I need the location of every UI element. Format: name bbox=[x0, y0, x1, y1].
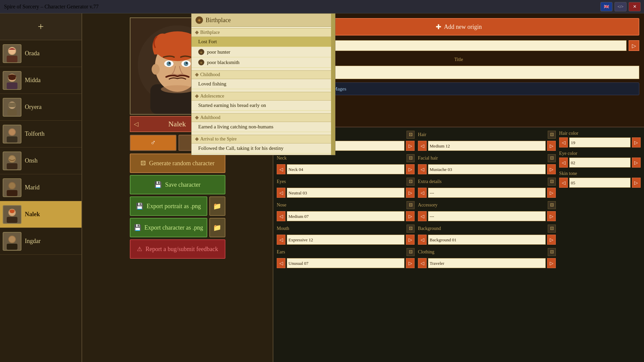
skin-tone-prev[interactable]: ◁ bbox=[559, 178, 568, 188]
ears-next[interactable]: ▷ bbox=[406, 258, 415, 268]
avatar-ingdar bbox=[3, 232, 21, 251]
ears-select[interactable]: Unusual 07 bbox=[287, 258, 405, 268]
sidebar-name-tolforth: Tolforth bbox=[25, 130, 45, 137]
clothing-dice-button[interactable]: ⚄ bbox=[548, 248, 556, 256]
background-select[interactable]: Background 01 bbox=[428, 235, 546, 245]
eye-color-select[interactable]: 02 bbox=[569, 158, 631, 168]
skin-tone-label: Skin tone bbox=[559, 171, 641, 176]
nose-dice-button[interactable]: ⚄ bbox=[407, 201, 415, 209]
bg-item-lost-fort[interactable]: Lost Fort bbox=[192, 37, 335, 47]
bg-item-loved-fishing[interactable]: Loved fishing bbox=[192, 79, 335, 89]
export-character-folder-button[interactable]: 📁 bbox=[209, 218, 225, 237]
language-button[interactable]: 🇬🇧 bbox=[600, 2, 612, 11]
diamond-icon-4 bbox=[195, 116, 199, 119]
bg-item-earning-early[interactable]: Started earning his bread early on bbox=[192, 101, 335, 111]
eyes-select[interactable]: Neutral 03 bbox=[287, 188, 405, 198]
extra-prev[interactable]: ◁ bbox=[418, 188, 427, 198]
sidebar-item-orada[interactable]: Orada bbox=[0, 40, 82, 67]
hair-select[interactable]: Medium 12 bbox=[428, 141, 546, 151]
accessory-select[interactable]: --- bbox=[428, 211, 546, 221]
mouth-next[interactable]: ▷ bbox=[406, 235, 415, 245]
background-next[interactable]: ▷ bbox=[547, 235, 556, 245]
name-prev-button[interactable]: ◁ bbox=[134, 120, 139, 128]
close-button[interactable]: ✕ bbox=[629, 2, 641, 11]
hair-color-group: Hair color ◁ 19 ▷ bbox=[559, 131, 641, 147]
eye-color-prev[interactable]: ◁ bbox=[559, 158, 568, 168]
save-button[interactable]: 💾 Save character bbox=[130, 175, 225, 194]
ears-dice-button[interactable]: ⚄ bbox=[407, 248, 415, 256]
sidebar-item-tolforth[interactable]: Tolforth bbox=[0, 121, 82, 147]
hair-color-row: ◁ 19 ▷ bbox=[559, 137, 641, 147]
bg-item-catching-non-humans[interactable]: Earned a living catching non-humans bbox=[192, 122, 335, 132]
hair-color-prev[interactable]: ◁ bbox=[559, 137, 568, 147]
hair-dice-button[interactable]: ⚄ bbox=[548, 131, 556, 139]
bg-panel-header: ◈ Birthplace bbox=[192, 14, 335, 27]
mouth-select[interactable]: Expressive 12 bbox=[287, 235, 405, 245]
face-next[interactable]: ▷ bbox=[406, 141, 415, 151]
facialhair-next[interactable]: ▷ bbox=[547, 164, 556, 174]
export-character-button[interactable]: 💾 Export character as .png bbox=[130, 218, 207, 237]
save-icon: 💾 bbox=[154, 181, 162, 188]
skin-tone-next[interactable]: ▷ bbox=[632, 178, 641, 188]
add-character-button[interactable]: + bbox=[0, 13, 82, 40]
facialhair-select[interactable]: Mustache 03 bbox=[428, 164, 546, 174]
character-name: Nalek bbox=[168, 120, 186, 128]
sidebar-item-onsh[interactable]: Onsh bbox=[0, 147, 82, 174]
sidebar-item-nalek[interactable]: Nalek bbox=[0, 201, 82, 228]
hair-next[interactable]: ▷ bbox=[547, 141, 556, 151]
generate-button[interactable]: ⚄ Generate random character bbox=[130, 154, 225, 173]
neck-select[interactable]: Neck 04 bbox=[287, 164, 405, 174]
sidebar-item-ingdar[interactable]: Ingdar bbox=[0, 228, 82, 255]
birthplace-next-button[interactable]: ▷ bbox=[629, 40, 639, 51]
bg-item-poor-hunter[interactable]: ◈ poor hunter bbox=[192, 47, 335, 57]
neck-next[interactable]: ▷ bbox=[406, 164, 415, 174]
face-dice-button[interactable]: ⚄ bbox=[407, 131, 415, 139]
svg-point-15 bbox=[9, 156, 15, 162]
mouth-prev[interactable]: ◁ bbox=[277, 235, 285, 245]
hair-color-select[interactable]: 19 bbox=[569, 137, 631, 147]
background-prev[interactable]: ◁ bbox=[418, 235, 427, 245]
facialhair-prev[interactable]: ◁ bbox=[418, 164, 427, 174]
nose-select[interactable]: Medium 07 bbox=[287, 211, 405, 221]
nose-next[interactable]: ▷ bbox=[406, 211, 415, 221]
male-gender-button[interactable]: ♂ bbox=[130, 135, 177, 151]
hair-prev[interactable]: ◁ bbox=[418, 141, 427, 151]
bg-item-followed-call[interactable]: Followed the Call, taking it for his des… bbox=[192, 143, 335, 154]
export-character-row: 💾 Export character as .png 📁 bbox=[130, 218, 225, 237]
sidebar-item-marid[interactable]: Marid bbox=[0, 174, 82, 201]
hair-label: Hair bbox=[418, 132, 546, 137]
accessory-next[interactable]: ▷ bbox=[547, 211, 556, 221]
eyes-next[interactable]: ▷ bbox=[406, 188, 415, 198]
accessory-dice-button[interactable]: ⚄ bbox=[548, 201, 556, 209]
ears-prev[interactable]: ◁ bbox=[277, 258, 285, 268]
background-dice-button[interactable]: ⚄ bbox=[548, 225, 556, 233]
extra-next[interactable]: ▷ bbox=[547, 188, 556, 198]
neck-dice-button[interactable]: ⚄ bbox=[407, 154, 415, 162]
facialhair-dice-button[interactable]: ⚄ bbox=[548, 154, 556, 162]
export-portrait-folder-button[interactable]: 📁 bbox=[209, 196, 225, 216]
sidebar-item-midda[interactable]: Midda bbox=[0, 67, 82, 94]
accessory-attr-row-label: Accessory ⚄ bbox=[418, 201, 556, 209]
plus-origin-icon: ✚ bbox=[436, 23, 441, 31]
bug-report-button[interactable]: ⚠ Report a bug/submit feedback bbox=[130, 239, 225, 259]
clothing-prev[interactable]: ◁ bbox=[418, 258, 427, 268]
eye-color-next[interactable]: ▷ bbox=[632, 158, 641, 168]
neck-prev[interactable]: ◁ bbox=[277, 164, 285, 174]
export-portrait-button[interactable]: 💾 Export portrait as .png bbox=[130, 196, 207, 216]
bg-item-poor-blacksmith[interactable]: ◈ poor blacksmith bbox=[192, 57, 335, 68]
accessory-prev[interactable]: ◁ bbox=[418, 211, 427, 221]
clothing-next[interactable]: ▷ bbox=[547, 258, 556, 268]
hair-color-next[interactable]: ▷ bbox=[632, 137, 641, 147]
birthplace-select[interactable]: Birthplace bbox=[291, 40, 627, 51]
code-button[interactable]: </> bbox=[614, 2, 627, 11]
extra-dice-button[interactable]: ⚄ bbox=[548, 178, 556, 186]
extra-select[interactable]: --- bbox=[428, 188, 546, 198]
facialhair-attr-row: ◁ Mustache 03 ▷ bbox=[418, 164, 556, 174]
eyes-prev[interactable]: ◁ bbox=[277, 188, 285, 198]
skin-tone-select[interactable]: 05 bbox=[569, 178, 631, 188]
clothing-select[interactable]: Traveler bbox=[428, 258, 546, 268]
sidebar-item-oryera[interactable]: Oryera bbox=[0, 94, 82, 121]
mouth-dice-button[interactable]: ⚄ bbox=[407, 225, 415, 233]
eyes-dice-button[interactable]: ⚄ bbox=[407, 178, 415, 186]
nose-prev[interactable]: ◁ bbox=[277, 211, 285, 221]
